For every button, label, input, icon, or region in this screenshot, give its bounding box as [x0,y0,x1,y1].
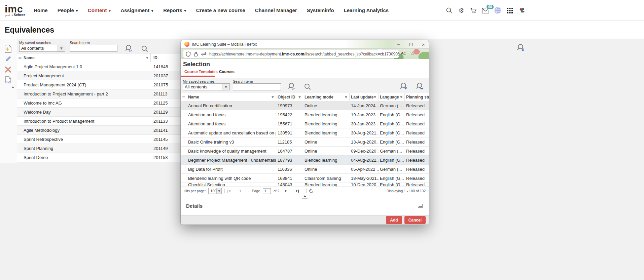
search-run-icon[interactable] [141,45,149,53]
row-last-update: 14-Jun-2024 ... [350,103,379,108]
filter-dropdown-icon[interactable]: ▼ [272,95,274,99]
nav-item-home[interactable]: Home [34,7,48,13]
edit-pencil-icon[interactable] [4,55,12,63]
table-row[interactable]: Basic Online training v3 112185 Online 1… [181,137,429,147]
filter-dropdown-icon[interactable]: ▼ [146,56,148,59]
minimize-button[interactable]: − [397,42,401,46]
row-name: Blendend learning with QR code [187,176,276,181]
community-icon[interactable] [518,7,526,14]
last-page-button[interactable] [296,190,299,193]
row-name: Basic Online training v3 [187,139,276,145]
nav-item-channel-manager[interactable]: Channel Manager [255,7,297,13]
mail-icon[interactable]: 68 [482,7,489,14]
add-button[interactable]: Add [386,216,402,224]
nav-item-label: Assignment [120,7,149,13]
panel-splitter[interactable] [181,195,429,199]
collapse-panel-icon[interactable] [418,204,423,208]
nav-item-create-a-new-course[interactable]: Create a new course [196,7,245,13]
shield-icon[interactable] [186,51,191,57]
saved-searches-select[interactable]: All contents ▼ [19,45,65,52]
search-settings-icon[interactable] [399,82,407,90]
splitter-handle [302,198,308,199]
filter-dropdown-icon[interactable]: ▼ [345,95,347,99]
tab-course-templates[interactable]: Course Templates [184,70,218,74]
apps-grid-icon[interactable] [506,7,513,14]
table-row[interactable]: Annual Re-certification 199973 Online 14… [181,101,429,110]
column-header-last-update[interactable]: Last update▼ [350,93,379,101]
lock-icon[interactable] [193,51,199,57]
url-field[interactable]: https://achievemore.imc-ms-deployment.im… [183,50,399,58]
row-object-id: 187793 [276,158,303,163]
nav-item-learning-analytics[interactable]: Learning Analytics [344,7,389,13]
first-page-button[interactable] [227,190,230,193]
permissions-icon[interactable] [201,51,207,57]
table-row[interactable]: Automatic update and cancellation based … [181,128,429,137]
copy-template-icon[interactable] [4,76,12,84]
table-row[interactable]: Basic knowledge of quality management 16… [181,147,429,156]
row-planning-status: Released [405,121,429,126]
new-template-icon[interactable] [4,45,12,53]
column-header-name[interactable]: Name▼ [187,93,276,101]
popup-saved-searches-select[interactable]: All contents ▼ [183,83,230,90]
table-row[interactable]: Attention and focus 195422 Blended learn… [181,110,429,119]
nav-item-content[interactable]: Content ▼ [88,7,111,13]
column-header-planning-status[interactable]: Planning status [405,93,429,101]
divider [282,189,282,193]
row-name: Welcome to imc AG [24,101,151,106]
drag-handle-icon[interactable]: ≡ [181,94,187,99]
popup-saved-search-run-icon[interactable] [288,82,296,90]
drag-handle-icon[interactable]: ≡ [17,55,24,60]
search-save-icon[interactable] [416,82,424,90]
settings-gear-icon[interactable]: ⚙ [458,7,465,14]
column-header-name[interactable]: Name ▼ [24,53,151,62]
next-page-button[interactable] [285,190,287,192]
table-row[interactable]: Big Data for Profit 116336 Online 05-Apr… [181,165,429,174]
chevron-down-icon: ▼ [76,9,78,12]
popup-search-run-icon[interactable] [304,83,312,91]
translate-icon[interactable]: A [400,50,406,56]
svg-text:A: A [401,51,404,55]
page-number-input[interactable] [263,188,271,194]
table-row[interactable]: Beginner Project Management Fundamentals… [181,156,429,165]
flyout-arrow-icon[interactable]: ▸ [12,85,14,89]
nav-item-systeminfo[interactable]: Systeminfo [307,7,334,13]
row-language: English (G... [379,176,405,181]
row-learning-mode: Blended learning [303,130,350,135]
imc-logo[interactable]: imc part of Scheer [5,4,26,17]
row-name: Product Management 2024 (CT) [24,82,151,87]
bookmark-star-icon[interactable]: ☆ [409,50,416,56]
popup-search-term-input[interactable] [233,83,281,90]
hits-per-page-select[interactable]: 100 ▼ [208,188,222,194]
table-row[interactable]: Attention and focus 155671 Blended learn… [181,119,429,128]
topbar: imc part of Scheer Home People ▼ Content… [0,0,644,21]
refresh-icon[interactable] [309,188,314,194]
nav-item-label: Learning Analytics [344,7,389,13]
chevron-down-icon: ▼ [151,9,153,12]
maximize-button[interactable] [409,43,413,46]
filter-dropdown-icon[interactable]: ▼ [374,95,376,99]
tab-courses[interactable]: Courses [219,70,235,74]
previous-page-button[interactable] [239,190,241,192]
avatar-globe[interactable] [494,7,501,14]
nav-item-people[interactable]: People ▼ [58,7,78,13]
column-header-object-id[interactable]: Object ID▼ [276,93,303,101]
filter-dropdown-icon[interactable]: ▼ [298,95,301,99]
table-row[interactable]: Checklist Selection 145043 Blended learn… [181,183,429,187]
nav-item-reports[interactable]: Reports ▼ [163,7,186,13]
filter-dropdown-icon[interactable]: ▼ [400,95,402,99]
close-button[interactable]: × [421,42,425,46]
search-icon[interactable] [445,7,453,14]
cancel-button[interactable]: Cancel [404,216,426,224]
column-header-language[interactable]: Language▼ [379,93,405,101]
search-term-input[interactable] [70,45,117,52]
search-agent-icon[interactable] [516,43,525,51]
row-planning-status: Released [405,112,429,117]
nav-item-assignment[interactable]: Assignment ▼ [120,7,153,13]
column-header-learning-mode[interactable]: Learning mode▼ [303,93,350,101]
window-titlebar[interactable]: IMC Learning Suite – Mozilla Firefox − × [181,40,429,49]
delete-x-icon[interactable] [4,66,12,74]
table-row[interactable]: Blendend learning with QR code 168841 Cl… [181,174,429,183]
cart-icon[interactable] [470,7,477,14]
popup-search-term-label: Search term [233,79,253,83]
saved-search-run-icon[interactable] [125,44,133,52]
